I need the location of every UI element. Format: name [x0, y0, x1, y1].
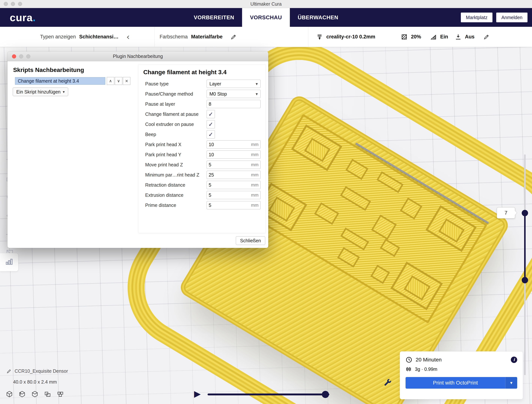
add-script-button[interactable]: Ein Skript hinzufügen ▾ [13, 88, 68, 96]
field-label: Change filament at pause [143, 111, 207, 117]
color-scheme-value: Materialfarbe [191, 34, 222, 40]
infill-setting[interactable]: 20% [401, 27, 421, 47]
tab-vorschau[interactable]: VORSCHAU [242, 8, 290, 27]
field-row: Minimum par…rint head Z mm [143, 170, 260, 180]
tab-vorbereiten[interactable]: VORBEREITEN [186, 8, 242, 27]
caret-down-icon: ▾ [63, 90, 65, 94]
layer-slider-handle-bottom[interactable] [522, 277, 528, 283]
script-reorder-buttons: ∧ ∨ × [107, 77, 130, 85]
legend-panel[interactable] [0, 253, 18, 271]
info-icon[interactable]: i [511, 357, 517, 363]
move-z-field: mm [207, 160, 260, 169]
printer-config[interactable]: creality-cr-10 0.2mm [316, 27, 375, 47]
retraction-distance-field: mm [207, 181, 260, 189]
field-label: Cool extruder on pause [143, 122, 207, 127]
close-dialog-button[interactable]: Schließen [236, 236, 265, 245]
print-button-label[interactable]: Print with OctoPrint [405, 377, 505, 389]
adhesion-value: Aus [465, 34, 475, 40]
remove-script-button[interactable]: × [123, 77, 130, 85]
move-script-up-button[interactable]: ∧ [107, 77, 114, 85]
field-label: Minimum par…rint head Z [143, 172, 207, 178]
play-button[interactable]: ▶ [194, 389, 201, 398]
signin-button[interactable]: Anmelden [496, 13, 527, 22]
layer-slider-range[interactable] [524, 213, 526, 280]
view-left-icon[interactable] [44, 391, 51, 398]
marketplace-button[interactable]: Marktplatz [461, 13, 493, 22]
window-close-button[interactable] [4, 2, 8, 6]
view-type-value: Schichtenansi… [79, 34, 119, 40]
dialog-minimize-button[interactable] [19, 54, 23, 58]
model-name: CCR10_Exquisite Densor [15, 368, 68, 374]
view-top-icon[interactable] [31, 391, 38, 398]
prime-distance-input[interactable] [209, 203, 250, 208]
pause-at-layer-input[interactable] [209, 101, 259, 107]
script-list-item-selected[interactable]: Change filament at height 3.4 [15, 77, 105, 85]
field-label: Park print head Y [143, 152, 207, 157]
support-setting[interactable]: Ein [430, 27, 448, 47]
check-icon: ✓ [208, 131, 213, 138]
field-label: Pause at layer [143, 101, 207, 107]
unit-label: mm [251, 172, 259, 177]
dialog-title: Plugin Nachbearbeitung [113, 54, 163, 59]
edit-print-settings[interactable] [483, 27, 490, 47]
layer-indicator[interactable]: 7 [497, 207, 515, 218]
field-row: Change filament at pause ✓ [143, 109, 260, 119]
move-z-input[interactable] [209, 162, 250, 167]
tab-ueberwachen[interactable]: ÜBERWACHEN [290, 8, 346, 27]
camera-view-buttons [6, 391, 64, 398]
window-zoom-button[interactable] [18, 2, 22, 6]
wrench-icon[interactable] [383, 378, 392, 387]
view-3d-icon[interactable] [6, 391, 13, 398]
simulation-slider-handle[interactable] [322, 391, 329, 398]
beep-checkbox[interactable]: ✓ [207, 130, 215, 139]
qr-pattern-block [340, 186, 371, 211]
move-script-down-button[interactable]: ∨ [115, 77, 122, 85]
field-row: Beep ✓ [143, 129, 260, 139]
view-right-icon[interactable] [57, 391, 64, 398]
cool-extruder-checkbox[interactable]: ✓ [207, 120, 215, 128]
view-front-icon[interactable] [18, 391, 26, 398]
edit-pencil-icon[interactable] [230, 34, 237, 40]
material-usage-row: 3g · 0.99m [405, 366, 517, 372]
extrusion-distance-input[interactable] [209, 192, 250, 198]
check-icon: ✓ [208, 111, 213, 117]
view-type-label: Typen anzeigen [40, 34, 76, 40]
unit-label: mm [251, 203, 259, 208]
layer-slider-handle-top[interactable] [522, 210, 528, 216]
park-x-input[interactable] [209, 142, 250, 147]
minimum-park-z-input[interactable] [209, 172, 250, 178]
dialog-body: Skripts Nachbearbeitung Change filament … [7, 61, 268, 248]
unit-label: mm [251, 182, 259, 188]
adhesion-setting[interactable]: Aus [455, 27, 475, 47]
main-navbar: cura. VORBEREITEN VORSCHAU ÜBERWACHEN Ma… [0, 8, 532, 27]
print-button-dropdown[interactable]: ▾ [505, 377, 517, 389]
color-scheme-selector[interactable]: Farbschema Materialfarbe [160, 27, 237, 47]
macos-titlebar: Ultimaker Cura [0, 0, 532, 8]
logo-dot: . [33, 12, 36, 24]
qr-pattern-block [371, 215, 397, 240]
window-minimize-button[interactable] [11, 2, 15, 6]
collapse-panel-icon[interactable]: ‹ [127, 33, 130, 41]
pause-type-select[interactable]: Layer ▾ [207, 80, 260, 88]
qr-pattern-block [340, 227, 369, 250]
change-filament-checkbox[interactable]: ✓ [207, 110, 215, 118]
pause-method-select[interactable]: M0 Stop ▾ [207, 90, 260, 98]
infill-value: 20% [411, 34, 421, 40]
extrusion-distance-field: mm [207, 191, 260, 199]
park-y-field: mm [207, 150, 260, 159]
dialog-zoom-button[interactable] [26, 54, 30, 58]
model-name-row: CCR10_Exquisite Densor [6, 368, 68, 374]
park-y-input[interactable] [209, 152, 250, 157]
view-type-selector[interactable]: Typen anzeigen Schichtenansi… ‹ [40, 27, 130, 47]
script-list-row: Change filament at height 3.4 ∧ ∨ × [15, 77, 130, 85]
print-with-octoprint-button[interactable]: Print with OctoPrint ▾ [405, 377, 517, 389]
retraction-distance-input[interactable] [209, 182, 250, 188]
field-row: Retraction distance mm [143, 180, 260, 190]
qr-pattern-block [314, 202, 339, 225]
field-label: Beep [143, 132, 207, 137]
dialog-titlebar[interactable]: Plugin Nachbearbeitung [7, 51, 268, 61]
stage-tabs: VORBEREITEN VORSCHAU ÜBERWACHEN [186, 8, 346, 27]
rename-pencil-icon[interactable] [6, 369, 12, 374]
dialog-close-button[interactable] [12, 54, 16, 58]
simulation-slider-track[interactable] [208, 393, 329, 395]
